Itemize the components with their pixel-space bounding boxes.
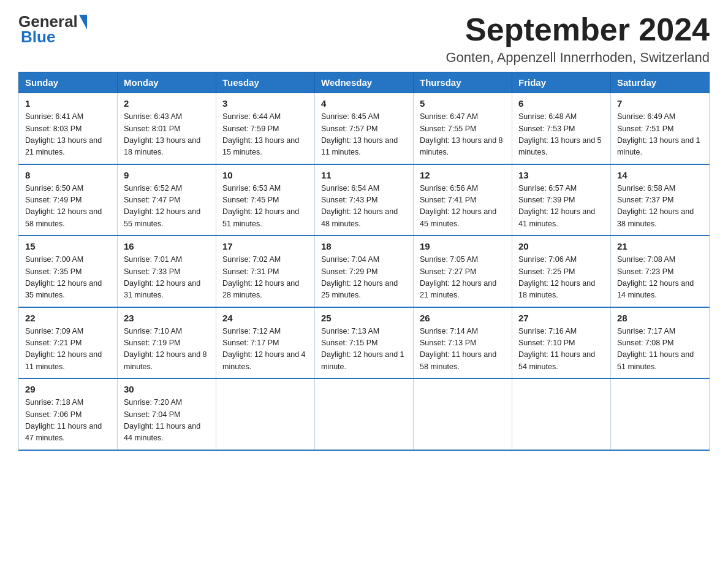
day-info: Sunrise: 7:01 AMSunset: 7:33 PMDaylight:… [124, 254, 210, 302]
day-number: 13 [518, 170, 604, 180]
table-row: 19 Sunrise: 7:05 AMSunset: 7:27 PMDaylig… [414, 236, 512, 307]
day-info: Sunrise: 7:08 AMSunset: 7:23 PMDaylight:… [617, 254, 703, 302]
table-row: 16 Sunrise: 7:01 AMSunset: 7:33 PMDaylig… [118, 236, 216, 307]
day-number: 2 [124, 98, 210, 109]
table-row: 5 Sunrise: 6:47 AMSunset: 7:55 PMDayligh… [414, 93, 512, 164]
day-info: Sunrise: 7:12 AMSunset: 7:17 PMDaylight:… [222, 326, 308, 373]
day-info: Sunrise: 6:57 AMSunset: 7:39 PMDaylight:… [518, 183, 604, 231]
day-info: Sunrise: 7:14 AMSunset: 7:13 PMDaylight:… [420, 326, 506, 373]
table-row: 7 Sunrise: 6:49 AMSunset: 7:51 PMDayligh… [611, 93, 710, 164]
day-number: 12 [420, 170, 506, 180]
table-row: 23 Sunrise: 7:10 AMSunset: 7:19 PMDaylig… [118, 307, 216, 379]
day-number: 27 [518, 313, 604, 323]
day-info: Sunrise: 6:49 AMSunset: 7:51 PMDaylight:… [617, 111, 703, 159]
page-header: General Blue September 2024 Gonten, Appe… [18, 12, 710, 66]
header-tuesday: Tuesday [216, 72, 315, 93]
day-info: Sunrise: 7:16 AMSunset: 7:10 PMDaylight:… [518, 326, 604, 373]
day-number: 3 [222, 98, 308, 109]
day-info: Sunrise: 6:56 AMSunset: 7:41 PMDaylight:… [420, 183, 506, 231]
table-row: 1 Sunrise: 6:41 AMSunset: 8:03 PMDayligh… [19, 93, 118, 164]
logo-text-blue: Blue [18, 28, 55, 47]
location-subtitle: Gonten, Appenzell Innerrhoden, Switzerla… [446, 50, 710, 66]
day-number: 10 [222, 170, 308, 180]
table-row: 25 Sunrise: 7:13 AMSunset: 7:15 PMDaylig… [315, 307, 414, 379]
day-number: 9 [124, 170, 210, 180]
table-row [611, 378, 710, 450]
day-number: 17 [222, 241, 308, 251]
day-number: 29 [25, 384, 111, 394]
day-number: 21 [617, 241, 703, 251]
table-row: 14 Sunrise: 6:58 AMSunset: 7:37 PMDaylig… [611, 164, 710, 236]
day-info: Sunrise: 6:41 AMSunset: 8:03 PMDaylight:… [25, 111, 111, 159]
table-row: 13 Sunrise: 6:57 AMSunset: 7:39 PMDaylig… [512, 164, 611, 236]
table-row: 30 Sunrise: 7:20 AMSunset: 7:04 PMDaylig… [118, 378, 216, 450]
title-area: September 2024 Gonten, Appenzell Innerrh… [446, 12, 710, 66]
day-info: Sunrise: 7:09 AMSunset: 7:21 PMDaylight:… [25, 326, 111, 373]
day-info: Sunrise: 6:58 AMSunset: 7:37 PMDaylight:… [617, 183, 703, 231]
table-row [512, 378, 611, 450]
day-info: Sunrise: 7:02 AMSunset: 7:31 PMDaylight:… [222, 254, 308, 302]
day-info: Sunrise: 7:04 AMSunset: 7:29 PMDaylight:… [321, 254, 407, 302]
logo-triangle-icon [79, 15, 87, 29]
day-info: Sunrise: 6:44 AMSunset: 7:59 PMDaylight:… [222, 111, 308, 159]
day-number: 5 [420, 98, 506, 109]
day-number: 15 [25, 241, 111, 251]
day-info: Sunrise: 6:48 AMSunset: 7:53 PMDaylight:… [518, 111, 604, 159]
day-info: Sunrise: 7:06 AMSunset: 7:25 PMDaylight:… [518, 254, 604, 302]
table-row: 6 Sunrise: 6:48 AMSunset: 7:53 PMDayligh… [512, 93, 611, 164]
day-number: 18 [321, 241, 407, 251]
day-info: Sunrise: 6:50 AMSunset: 7:49 PMDaylight:… [25, 183, 111, 231]
header-monday: Monday [118, 72, 216, 93]
header-saturday: Saturday [611, 72, 710, 93]
day-number: 4 [321, 98, 407, 109]
day-info: Sunrise: 6:52 AMSunset: 7:47 PMDaylight:… [124, 183, 210, 231]
day-info: Sunrise: 6:45 AMSunset: 7:57 PMDaylight:… [321, 111, 407, 159]
table-row: 22 Sunrise: 7:09 AMSunset: 7:21 PMDaylig… [19, 307, 118, 379]
table-row: 15 Sunrise: 7:00 AMSunset: 7:35 PMDaylig… [19, 236, 118, 307]
table-row: 3 Sunrise: 6:44 AMSunset: 7:59 PMDayligh… [216, 93, 315, 164]
day-number: 6 [518, 98, 604, 109]
day-info: Sunrise: 7:13 AMSunset: 7:15 PMDaylight:… [321, 326, 407, 373]
day-number: 14 [617, 170, 703, 180]
day-number: 24 [222, 313, 308, 323]
table-row: 20 Sunrise: 7:06 AMSunset: 7:25 PMDaylig… [512, 236, 611, 307]
table-row: 10 Sunrise: 6:53 AMSunset: 7:45 PMDaylig… [216, 164, 315, 236]
table-row: 8 Sunrise: 6:50 AMSunset: 7:49 PMDayligh… [19, 164, 118, 236]
day-number: 30 [124, 384, 210, 394]
table-row: 11 Sunrise: 6:54 AMSunset: 7:43 PMDaylig… [315, 164, 414, 236]
day-info: Sunrise: 7:18 AMSunset: 7:06 PMDaylight:… [25, 397, 111, 445]
day-info: Sunrise: 6:53 AMSunset: 7:45 PMDaylight:… [222, 183, 308, 231]
day-number: 26 [420, 313, 506, 323]
logo: General Blue [18, 12, 88, 47]
table-row [315, 378, 414, 450]
table-row: 2 Sunrise: 6:43 AMSunset: 8:01 PMDayligh… [118, 93, 216, 164]
table-row: 12 Sunrise: 6:56 AMSunset: 7:41 PMDaylig… [414, 164, 512, 236]
day-info: Sunrise: 7:05 AMSunset: 7:27 PMDaylight:… [420, 254, 506, 302]
table-row [414, 378, 512, 450]
month-year-title: September 2024 [446, 12, 710, 47]
calendar-week-row: 15 Sunrise: 7:00 AMSunset: 7:35 PMDaylig… [19, 236, 710, 307]
day-number: 11 [321, 170, 407, 180]
calendar-week-row: 1 Sunrise: 6:41 AMSunset: 8:03 PMDayligh… [19, 93, 710, 164]
table-row: 26 Sunrise: 7:14 AMSunset: 7:13 PMDaylig… [414, 307, 512, 379]
calendar-header-row: Sunday Monday Tuesday Wednesday Thursday… [19, 72, 710, 93]
day-number: 16 [124, 241, 210, 251]
day-number: 7 [617, 98, 703, 109]
table-row: 29 Sunrise: 7:18 AMSunset: 7:06 PMDaylig… [19, 378, 118, 450]
table-row: 24 Sunrise: 7:12 AMSunset: 7:17 PMDaylig… [216, 307, 315, 379]
header-friday: Friday [512, 72, 611, 93]
day-info: Sunrise: 7:00 AMSunset: 7:35 PMDaylight:… [25, 254, 111, 302]
table-row: 28 Sunrise: 7:17 AMSunset: 7:08 PMDaylig… [611, 307, 710, 379]
day-info: Sunrise: 6:54 AMSunset: 7:43 PMDaylight:… [321, 183, 407, 231]
table-row: 27 Sunrise: 7:16 AMSunset: 7:10 PMDaylig… [512, 307, 611, 379]
day-info: Sunrise: 7:20 AMSunset: 7:04 PMDaylight:… [124, 397, 210, 445]
day-number: 8 [25, 170, 111, 180]
day-number: 28 [617, 313, 703, 323]
table-row: 18 Sunrise: 7:04 AMSunset: 7:29 PMDaylig… [315, 236, 414, 307]
day-info: Sunrise: 6:47 AMSunset: 7:55 PMDaylight:… [420, 111, 506, 159]
table-row: 17 Sunrise: 7:02 AMSunset: 7:31 PMDaylig… [216, 236, 315, 307]
table-row: 9 Sunrise: 6:52 AMSunset: 7:47 PMDayligh… [118, 164, 216, 236]
header-sunday: Sunday [19, 72, 118, 93]
table-row: 21 Sunrise: 7:08 AMSunset: 7:23 PMDaylig… [611, 236, 710, 307]
calendar-week-row: 8 Sunrise: 6:50 AMSunset: 7:49 PMDayligh… [19, 164, 710, 236]
